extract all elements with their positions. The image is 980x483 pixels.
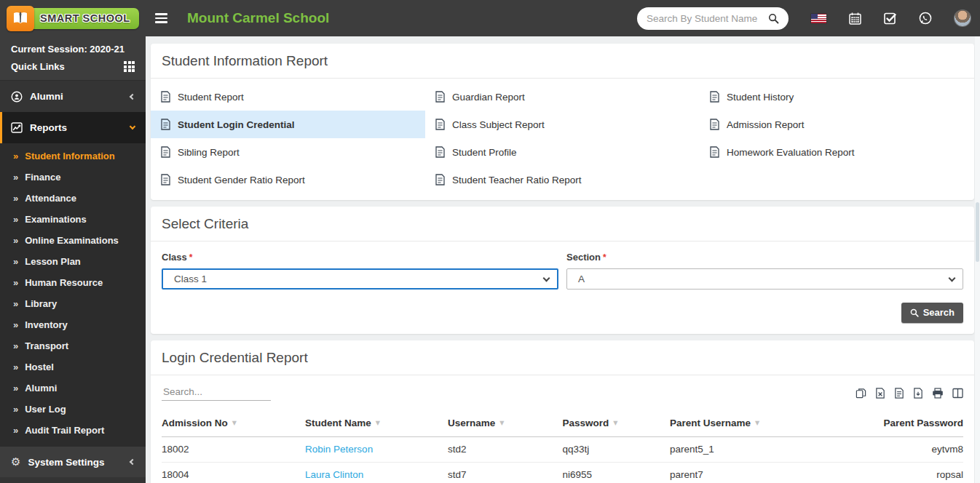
class-select-value: Class 1 — [174, 274, 207, 284]
sidebar-subitem-alumni[interactable]: »Alumni — [0, 378, 146, 399]
subitem-label: Examinations — [25, 214, 87, 225]
report-link-student-teacher-ratio-report[interactable]: Student Teacher Ratio Report — [425, 166, 700, 193]
current-session-label: Current Session: 2020-21 — [11, 44, 135, 55]
sidebar-subitem-library[interactable]: »Library — [0, 293, 146, 314]
sidebar-subitem-audit-trail-report[interactable]: »Audit Trail Report — [0, 420, 146, 441]
report-link-guardian-report[interactable]: Guardian Report — [425, 83, 700, 111]
report-link-label: Student History — [727, 92, 794, 103]
col-header-parent-password[interactable]: Parent Password — [823, 410, 963, 437]
section-select-value: A — [578, 274, 585, 284]
sidebar-subitem-attendance[interactable]: »Attendance — [0, 188, 146, 209]
quick-links-grid-icon[interactable] — [124, 61, 135, 72]
sidebar-subitem-transport[interactable]: »Transport — [0, 335, 146, 356]
sort-icon: ▼ — [232, 420, 237, 426]
col-header-password[interactable]: Password▼ — [562, 410, 670, 437]
admission-no-cell: 18002 — [162, 437, 305, 463]
report-link-student-report[interactable]: Student Report — [151, 83, 425, 111]
session-block: Current Session: 2020-21 Quick Links — [0, 36, 146, 81]
sidebar-subitem-human-resource[interactable]: »Human Resource — [0, 272, 146, 293]
top-header: SMART SCHOOL Mount Carmel School — [0, 0, 980, 36]
excel-export-icon[interactable] — [875, 388, 885, 399]
student-name-link[interactable]: Laura Clinton — [305, 469, 363, 480]
student-name-link[interactable]: Robin Peterson — [305, 444, 373, 455]
report-link-label: Student Login Credential — [178, 119, 295, 130]
required-asterisk: * — [189, 252, 193, 263]
col-header-student-name[interactable]: Student Name▼ — [305, 410, 448, 437]
sidebar-subitem-finance[interactable]: »Finance — [0, 167, 146, 188]
column-visibility-icon[interactable] — [952, 388, 963, 399]
hamburger-menu-icon[interactable] — [155, 13, 167, 23]
report-link-label: Student Teacher Ratio Report — [452, 175, 582, 185]
csv-export-icon[interactable] — [894, 388, 904, 399]
student-information-report-card: Student Information Report Student Repor… — [151, 44, 974, 200]
sidebar-subitem-lesson-plan[interactable]: »Lesson Plan — [0, 251, 146, 272]
chevron-down-icon — [130, 124, 135, 129]
double-arrow-icon: » — [13, 383, 18, 394]
parent-password-cell: ropsal — [823, 463, 963, 483]
report-links-grid: Student Report Guardian Report Student H… — [151, 79, 974, 200]
col-header-admission-no[interactable]: Admission No▼ — [162, 410, 305, 437]
document-icon — [435, 119, 445, 130]
whatsapp-icon[interactable] — [919, 12, 932, 25]
user-avatar[interactable] — [955, 10, 971, 26]
task-check-icon[interactable] — [884, 12, 896, 25]
sidebar-subitem-hostel[interactable]: »Hostel — [0, 356, 146, 378]
double-arrow-icon: » — [13, 425, 18, 436]
table-search-input[interactable] — [162, 384, 271, 401]
report-link-student-history[interactable]: Student History — [700, 83, 974, 111]
sidebar-subitem-student-information[interactable]: »Student Information — [0, 145, 146, 167]
chevron-left-icon — [130, 459, 135, 465]
person-circle-icon — [11, 91, 23, 103]
sidebar-item-alumni[interactable]: Alumni — [0, 81, 146, 112]
scrollbar-thumb[interactable] — [976, 202, 979, 262]
col-header-parent-username[interactable]: Parent Username▼ — [670, 410, 823, 437]
report-link-admission-report[interactable]: Admission Report — [700, 111, 974, 138]
search-button[interactable]: Search — [901, 303, 963, 323]
app-logo[interactable]: SMART SCHOOL — [0, 6, 146, 31]
copy-icon[interactable] — [855, 388, 866, 399]
report-link-student-gender-ratio-report[interactable]: Student Gender Ratio Report — [151, 166, 425, 193]
sidebar-subitem-online-examinations[interactable]: »Online Examinations — [0, 230, 146, 251]
double-arrow-icon: » — [13, 193, 18, 204]
document-icon — [161, 174, 170, 185]
class-select[interactable]: Class 1 — [162, 268, 558, 290]
sidebar-item-reports[interactable]: Reports — [0, 112, 146, 143]
sidebar-item-system-settings[interactable]: ⚙ System Settings — [0, 446, 146, 477]
report-link-sibling-report[interactable]: Sibling Report — [151, 138, 425, 166]
sidebar-subitem-user-log[interactable]: »User Log — [0, 399, 146, 420]
parent-password-cell: eytvm8 — [823, 437, 963, 463]
col-header-username[interactable]: Username▼ — [448, 410, 562, 437]
subitem-label: Student Information — [25, 151, 115, 161]
parent-username-cell: parent5_1 — [670, 437, 823, 463]
card-title: Student Information Report — [151, 44, 974, 79]
report-link-class-subject-report[interactable]: Class Subject Report — [425, 111, 700, 138]
double-arrow-icon: » — [13, 404, 18, 415]
double-arrow-icon: » — [13, 298, 18, 309]
sort-icon: ▼ — [755, 420, 759, 426]
subitem-label: Library — [25, 298, 57, 309]
report-link-student-login-credential[interactable]: Student Login Credential — [151, 111, 425, 138]
calendar-icon[interactable] — [849, 12, 861, 25]
sort-icon: ▼ — [376, 420, 380, 426]
sidebar-subitem-examinations[interactable]: »Examinations — [0, 209, 146, 230]
section-select[interactable]: A — [566, 268, 963, 290]
parent-username-cell: parent7 — [670, 463, 823, 483]
sidebar-subitem-inventory[interactable]: »Inventory — [0, 314, 146, 335]
report-link-student-profile[interactable]: Student Profile — [425, 138, 700, 166]
gear-icon: ⚙ — [11, 457, 20, 468]
report-link-label: Class Subject Report — [452, 119, 545, 130]
sidebar-item-label: System Settings — [28, 457, 104, 468]
report-link-homework-evaluation-report[interactable]: Homework Evaluation Report — [700, 138, 974, 166]
school-name-title: Mount Carmel School — [187, 10, 329, 26]
search-icon — [910, 308, 919, 317]
search-icon[interactable] — [768, 13, 779, 24]
pdf-export-icon[interactable] — [913, 388, 923, 399]
report-link-label: Student Gender Ratio Report — [178, 175, 305, 185]
document-icon — [435, 174, 445, 185]
document-icon — [161, 119, 170, 130]
student-search-input[interactable] — [647, 13, 768, 24]
print-icon[interactable] — [932, 388, 944, 399]
language-flag-icon[interactable] — [811, 14, 826, 23]
username-cell: std7 — [448, 463, 562, 483]
book-logo-icon — [7, 6, 34, 31]
